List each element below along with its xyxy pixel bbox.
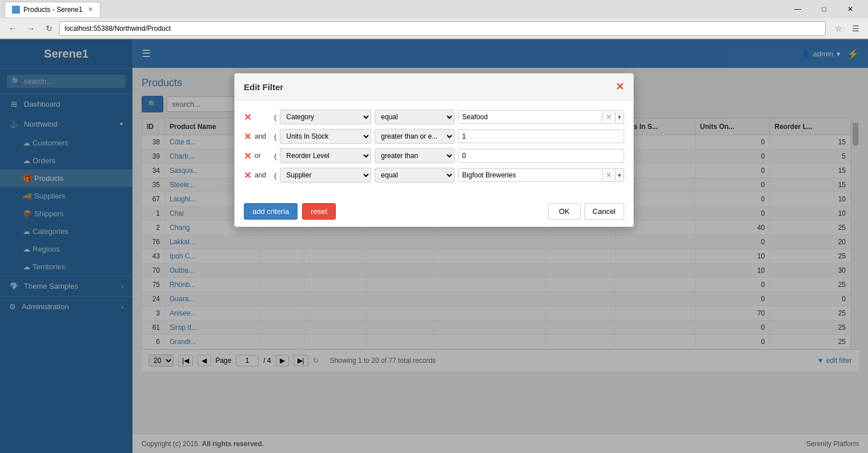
filter-operator-select[interactable]: greater than or e... <box>375 129 455 144</box>
cancel-btn[interactable]: Cancel <box>584 203 624 220</box>
filter-row: ✕ ( Category equal ✕ ▾ <box>244 110 624 124</box>
filter-clear-btn[interactable]: ✕ <box>602 169 615 181</box>
filter-row: ✕ and ( Units In Stock greater than or e… <box>244 129 624 144</box>
filter-value-input[interactable] <box>458 130 624 143</box>
filter-row: ✕ or ( Reorder Level greater than <box>244 148 624 163</box>
filter-row: ✕ and ( Supplier equal ✕ ▾ <box>244 168 624 183</box>
forward-btn[interactable]: → <box>23 21 39 37</box>
browser-tab[interactable]: Products - Serene1 ✕ <box>5 2 101 17</box>
add-criteria-btn[interactable]: add criteria <box>244 203 298 220</box>
tab-close-btn[interactable]: ✕ <box>88 6 93 13</box>
tab-title: Products - Serene1 <box>23 6 82 14</box>
filter-connector: and <box>255 132 271 140</box>
window-controls: — □ ✕ <box>785 0 863 18</box>
filter-value-dropdown[interactable]: ▾ <box>615 111 624 123</box>
menu-btn[interactable]: ☰ <box>847 21 863 37</box>
modal-overlay: Edit Filter ✕ ✕ ( Category equal ✕ ▾ ✕ a… <box>0 39 868 453</box>
filter-operator-select[interactable]: equal <box>375 110 455 124</box>
maximize-btn[interactable]: □ <box>811 0 837 18</box>
filter-clear-btn[interactable]: ✕ <box>602 111 615 123</box>
modal-close-btn[interactable]: ✕ <box>616 80 624 93</box>
filter-field-select[interactable]: Units In Stock <box>280 129 371 144</box>
browser-titlebar: Products - Serene1 ✕ — □ ✕ <box>0 0 868 18</box>
modal-header: Edit Filter ✕ <box>235 74 633 100</box>
filter-remove-btn[interactable]: ✕ <box>244 151 251 161</box>
tab-icon <box>12 6 20 14</box>
reset-btn[interactable]: reset <box>302 203 336 220</box>
filter-value-dropdown[interactable]: ▾ <box>615 169 624 181</box>
filter-connector: or <box>255 152 271 160</box>
ok-btn[interactable]: OK <box>548 203 581 220</box>
bookmark-btn[interactable]: ☆ <box>830 21 846 37</box>
modal-body: ✕ ( Category equal ✕ ▾ ✕ and ( Units In … <box>235 100 633 196</box>
filter-operator-select[interactable]: equal <box>375 168 455 183</box>
filter-connector: and <box>255 171 271 179</box>
browser-controls: ← → ↻ ☆ ☰ <box>0 18 868 39</box>
filter-remove-btn[interactable]: ✕ <box>244 112 251 123</box>
paren-open: ( <box>274 152 276 160</box>
browser-action-btns: ☆ ☰ <box>830 21 863 37</box>
filter-remove-btn[interactable]: ✕ <box>244 170 251 181</box>
paren-open: ( <box>274 171 276 180</box>
address-bar[interactable] <box>59 21 826 36</box>
modal-title: Edit Filter <box>244 82 283 92</box>
filter-value-field[interactable]: ✕ ▾ <box>458 110 624 124</box>
filter-field-select[interactable]: Reorder Level <box>280 148 371 163</box>
browser-chrome: Products - Serene1 ✕ — □ ✕ ← → ↻ ☆ ☰ <box>0 0 868 39</box>
filter-value-input[interactable] <box>459 111 602 123</box>
filter-value-input[interactable] <box>459 169 602 181</box>
filter-field-select[interactable]: Category <box>280 110 371 124</box>
reload-btn[interactable]: ↻ <box>41 21 57 37</box>
filter-remove-btn[interactable]: ✕ <box>244 131 251 142</box>
edit-filter-modal: Edit Filter ✕ ✕ ( Category equal ✕ ▾ ✕ a… <box>234 73 634 227</box>
back-btn[interactable]: ← <box>5 21 21 37</box>
paren-open: ( <box>274 113 276 122</box>
filter-value-field[interactable]: ✕ ▾ <box>458 168 624 182</box>
modal-footer: add criteria reset OK Cancel <box>235 196 633 226</box>
filter-field-select[interactable]: Supplier <box>280 168 371 183</box>
modal-action-btns: OK Cancel <box>548 203 624 220</box>
close-btn[interactable]: ✕ <box>837 0 863 18</box>
paren-open: ( <box>274 132 276 141</box>
minimize-btn[interactable]: — <box>785 0 811 18</box>
filter-value-input[interactable] <box>458 149 624 163</box>
filter-operator-select[interactable]: greater than <box>375 148 455 163</box>
